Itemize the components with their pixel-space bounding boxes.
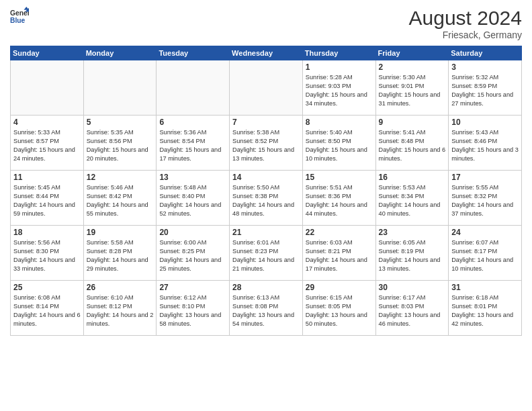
day-number: 9 [379, 118, 446, 127]
day-number: 30 [379, 283, 446, 292]
calendar-cell: 1Sunrise: 5:28 AMSunset: 9:03 PMDaylight… [302, 60, 375, 116]
cell-info: Daylight: 14 hours and 29 minutes. [87, 256, 154, 273]
cell-info: Sunrise: 5:36 AM [159, 128, 226, 137]
day-number: 12 [87, 173, 154, 182]
header-friday: Friday [375, 46, 449, 60]
cell-info: Sunset: 8:36 PM [306, 192, 373, 201]
cell-info: Sunrise: 5:48 AM [159, 183, 226, 192]
cell-info: Daylight: 15 hours and 13 minutes. [232, 146, 300, 163]
day-number: 14 [232, 173, 300, 182]
cell-info: Daylight: 14 hours and 52 minutes. [159, 201, 226, 218]
cell-info: Sunrise: 5:43 AM [451, 128, 519, 137]
calendar-cell: 24Sunrise: 6:07 AMSunset: 8:17 PMDayligh… [449, 226, 522, 281]
day-number: 11 [13, 173, 81, 182]
cell-info: Sunrise: 5:40 AM [306, 128, 373, 137]
cell-info: Daylight: 14 hours and 48 minutes. [232, 201, 300, 218]
cell-info: Sunset: 8:54 PM [159, 137, 226, 146]
calendar-cell: 17Sunrise: 5:55 AMSunset: 8:32 PMDayligh… [449, 171, 522, 226]
calendar-week-5: 25Sunrise: 6:08 AMSunset: 8:14 PMDayligh… [11, 281, 522, 336]
calendar-cell: 29Sunrise: 6:15 AMSunset: 8:05 PMDayligh… [302, 281, 375, 336]
calendar-cell: 18Sunrise: 5:56 AMSunset: 8:30 PMDayligh… [11, 226, 84, 281]
calendar-cell [157, 60, 230, 116]
cell-info: Sunset: 8:52 PM [232, 137, 300, 146]
days-header-row: Sunday Monday Tuesday Wednesday Thursday… [11, 46, 522, 60]
cell-info: Daylight: 14 hours and 25 minutes. [159, 256, 226, 273]
calendar-cell: 8Sunrise: 5:40 AMSunset: 8:50 PMDaylight… [302, 116, 375, 171]
cell-info: Daylight: 15 hours and 24 minutes. [13, 146, 81, 163]
cell-info: Sunset: 8:23 PM [232, 247, 300, 256]
cell-info: Sunrise: 5:41 AM [379, 128, 446, 137]
cell-info: Daylight: 14 hours and 44 minutes. [306, 201, 373, 218]
cell-info: Daylight: 13 hours and 58 minutes. [159, 311, 226, 328]
day-number: 25 [13, 283, 81, 292]
cell-info: Sunset: 9:03 PM [306, 82, 373, 91]
cell-info: Sunset: 8:42 PM [87, 192, 154, 201]
cell-info: Sunset: 8:14 PM [13, 302, 81, 311]
day-number: 17 [451, 173, 519, 182]
cell-info: Sunset: 8:10 PM [159, 302, 226, 311]
day-number: 10 [451, 118, 519, 127]
cell-info: Sunrise: 5:46 AM [87, 183, 154, 192]
calendar-cell [230, 60, 303, 116]
title-block: August 2024 Friesack, Germany [409, 7, 522, 40]
header-wednesday: Wednesday [230, 46, 303, 60]
cell-info: Sunrise: 6:01 AM [232, 238, 300, 247]
calendar-cell: 9Sunrise: 5:41 AMSunset: 8:48 PMDaylight… [375, 116, 449, 171]
cell-info: Daylight: 14 hours and 17 minutes. [306, 256, 373, 273]
cell-info: Sunrise: 6:05 AM [379, 238, 446, 247]
calendar-cell: 10Sunrise: 5:43 AMSunset: 8:46 PMDayligh… [449, 116, 522, 171]
cell-info: Sunrise: 6:10 AM [87, 293, 154, 302]
day-number: 26 [87, 283, 154, 292]
cell-info: Sunrise: 6:15 AM [306, 293, 373, 302]
cell-info: Sunrise: 6:00 AM [159, 238, 226, 247]
calendar-week-1: 1Sunrise: 5:28 AMSunset: 9:03 PMDaylight… [11, 60, 522, 116]
svg-text:General: General [10, 9, 29, 17]
cell-info: Sunrise: 5:32 AM [451, 73, 519, 82]
cell-info: Daylight: 14 hours and 6 minutes. [13, 311, 81, 328]
cell-info: Sunset: 8:44 PM [13, 192, 81, 201]
cell-info: Sunrise: 5:50 AM [232, 183, 300, 192]
day-number: 18 [13, 228, 81, 237]
cell-info: Daylight: 14 hours and 59 minutes. [13, 201, 81, 218]
cell-info: Daylight: 15 hours and 20 minutes. [87, 146, 154, 163]
day-number: 7 [232, 118, 300, 127]
calendar-cell: 2Sunrise: 5:30 AMSunset: 9:01 PMDaylight… [375, 60, 449, 116]
cell-info: Sunrise: 5:55 AM [451, 183, 519, 192]
header: General Blue August 2024 Friesack, Germa… [10, 7, 522, 40]
day-number: 5 [87, 118, 154, 127]
cell-info: Sunrise: 5:28 AM [306, 73, 373, 82]
cell-info: Sunrise: 5:30 AM [379, 73, 446, 82]
cell-info: Daylight: 14 hours and 55 minutes. [87, 201, 154, 218]
cell-info: Sunset: 8:38 PM [232, 192, 300, 201]
cell-info: Sunset: 8:03 PM [379, 302, 446, 311]
calendar-week-2: 4Sunrise: 5:33 AMSunset: 8:57 PMDaylight… [11, 116, 522, 171]
day-number: 21 [232, 228, 300, 237]
header-saturday: Saturday [449, 46, 522, 60]
day-number: 22 [306, 228, 373, 237]
cell-info: Daylight: 14 hours and 33 minutes. [13, 256, 81, 273]
calendar-week-4: 18Sunrise: 5:56 AMSunset: 8:30 PMDayligh… [11, 226, 522, 281]
cell-info: Sunrise: 5:33 AM [13, 128, 81, 137]
calendar-cell: 11Sunrise: 5:45 AMSunset: 8:44 PMDayligh… [11, 171, 84, 226]
calendar-cell: 4Sunrise: 5:33 AMSunset: 8:57 PMDaylight… [11, 116, 84, 171]
cell-info: Sunset: 8:59 PM [451, 82, 519, 91]
cell-info: Sunrise: 5:53 AM [379, 183, 446, 192]
cell-info: Sunrise: 5:35 AM [87, 128, 154, 137]
day-number: 8 [306, 118, 373, 127]
cell-info: Daylight: 15 hours and 3 minutes. [451, 146, 519, 163]
calendar-cell: 27Sunrise: 6:12 AMSunset: 8:10 PMDayligh… [157, 281, 230, 336]
cell-info: Daylight: 13 hours and 46 minutes. [379, 311, 446, 328]
cell-info: Daylight: 14 hours and 10 minutes. [451, 256, 519, 273]
cell-info: Sunset: 8:48 PM [379, 137, 446, 146]
cell-info: Daylight: 15 hours and 17 minutes. [159, 146, 226, 163]
calendar-week-3: 11Sunrise: 5:45 AMSunset: 8:44 PMDayligh… [11, 171, 522, 226]
day-number: 13 [159, 173, 226, 182]
calendar-cell: 28Sunrise: 6:13 AMSunset: 8:08 PMDayligh… [230, 281, 303, 336]
day-number: 6 [159, 118, 226, 127]
cell-info: Sunset: 8:25 PM [159, 247, 226, 256]
cell-info: Sunset: 8:12 PM [87, 302, 154, 311]
header-tuesday: Tuesday [157, 46, 230, 60]
calendar-cell: 14Sunrise: 5:50 AMSunset: 8:38 PMDayligh… [230, 171, 303, 226]
cell-info: Sunset: 9:01 PM [379, 82, 446, 91]
header-sunday: Sunday [11, 46, 84, 60]
